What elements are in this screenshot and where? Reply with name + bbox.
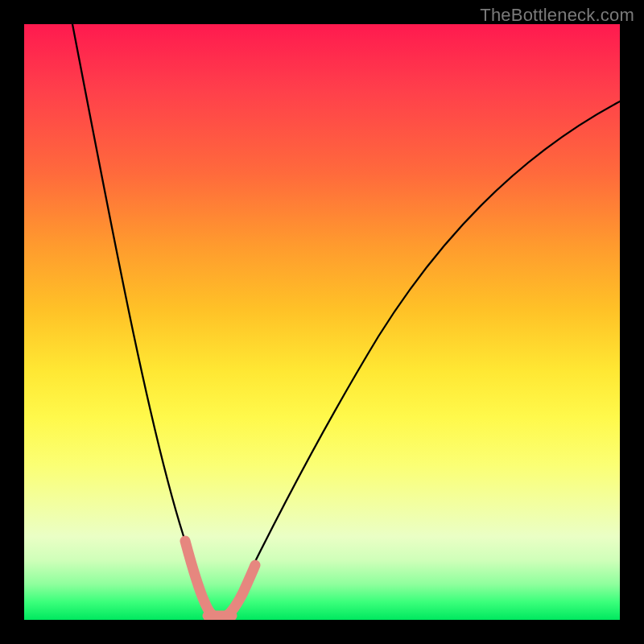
- highlight-right: [227, 565, 255, 616]
- curve-layer: [24, 24, 620, 620]
- curve-right-branch: [235, 101, 620, 602]
- watermark-text: TheBottleneck.com: [480, 5, 634, 26]
- chart-stage: TheBottleneck.com: [0, 0, 644, 644]
- curve-left-branch: [72, 24, 204, 602]
- plot-area: [24, 24, 620, 620]
- highlight-left: [185, 541, 213, 616]
